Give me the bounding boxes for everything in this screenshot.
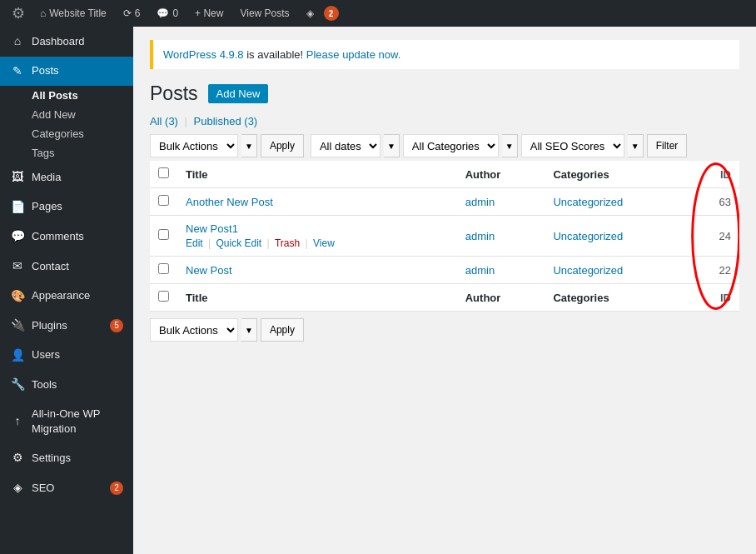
plugins-badge: 5 (110, 319, 123, 332)
tools-icon: 🔧 (10, 377, 25, 393)
wp-version-link[interactable]: WordPress 4.9.8 (163, 48, 244, 61)
filter-published[interactable]: Published (3) (194, 115, 258, 127)
filter-button[interactable]: Filter (647, 134, 688, 157)
post-title-link-1[interactable]: New Post1 (186, 222, 238, 235)
sidebar-item-seo[interactable]: ◈ SEO 2 (0, 473, 133, 503)
all-seo-scores-dropdown[interactable]: ▼ (628, 134, 644, 157)
posts-icon: ✎ (10, 63, 25, 80)
table-row: New Post admin Uncategorized 22 (150, 257, 739, 284)
new-bar-item[interactable]: + New (188, 0, 230, 27)
row-checkbox-1[interactable] (158, 229, 169, 240)
sidebar-item-settings[interactable]: ⚙ Settings (0, 443, 133, 473)
category-link-2[interactable]: Uncategorized (553, 264, 623, 277)
tf-title: Title (177, 284, 457, 312)
author-link-1[interactable]: admin (465, 230, 495, 242)
plugins-icon: 🔌 (10, 317, 25, 334)
sidebar-item-media[interactable]: 🖼 Media (0, 162, 133, 192)
seo-icon: ◈ (10, 480, 25, 497)
row-author-cell: admin (457, 188, 545, 216)
category-link-0[interactable]: Uncategorized (553, 196, 623, 208)
row-author-cell: admin (457, 216, 545, 257)
sidebar-item-contact[interactable]: ✉ Contact (0, 252, 133, 282)
all-categories-dropdown[interactable]: ▼ (502, 134, 518, 157)
sidebar-item-tools[interactable]: 🔧 Tools (0, 370, 133, 400)
row-checkbox-0[interactable] (158, 195, 169, 206)
action-sep: | (302, 237, 311, 249)
filter-sep: | (185, 115, 187, 127)
bulk-actions-dropdown-bottom[interactable]: ▼ (241, 318, 257, 342)
sidebar-item-dashboard[interactable]: ⌂ Dashboard (0, 27, 133, 57)
author-link-2[interactable]: admin (465, 264, 495, 277)
admin-bar: ⚙ ⌂ Website Title ⟳ 6 💬 0 + New View Pos… (0, 0, 756, 27)
site-title-bar-item[interactable]: ⌂ Website Title (33, 0, 113, 27)
action-trash[interactable]: Trash (275, 237, 300, 249)
sidebar-sub-tags[interactable]: Tags (0, 143, 133, 162)
category-link-1[interactable]: Uncategorized (553, 230, 623, 242)
sidebar-item-users[interactable]: 👤 Users (0, 341, 133, 371)
comments-icon: 💬 (10, 228, 25, 245)
filter-links: All (3) | Published (3) (150, 115, 739, 127)
bulk-actions-select-top[interactable]: Bulk Actions (150, 134, 238, 157)
sidebar-tools-label: Tools (32, 377, 57, 392)
sidebar-item-migration[interactable]: ↑ All-in-One WP Migration (0, 400, 133, 443)
action-edit[interactable]: Edit (186, 237, 203, 249)
bulk-actions-dropdown-top[interactable]: ▼ (241, 134, 257, 157)
sidebar-sub-all-posts[interactable]: All Posts (0, 86, 133, 105)
action-view[interactable]: View (313, 237, 335, 249)
author-link-0[interactable]: admin (465, 196, 495, 208)
sidebar-appearance-label: Appearance (32, 288, 90, 303)
apply-button-bottom[interactable]: Apply (261, 318, 304, 342)
sidebar-item-appearance[interactable]: 🎨 Appearance (0, 282, 133, 312)
updates-bar-item[interactable]: ⟳ 6 (117, 0, 147, 27)
row-categories-cell: Uncategorized (545, 216, 690, 257)
comment-icon: 💬 (157, 7, 169, 19)
add-new-button[interactable]: Add New (208, 84, 269, 103)
filter-all[interactable]: All (3) (150, 115, 178, 127)
post-title-link-0[interactable]: Another New Post (186, 196, 273, 208)
row-title-cell: Another New Post (177, 188, 457, 216)
comments-bar-item[interactable]: 💬 0 (150, 0, 185, 27)
sidebar-settings-label: Settings (32, 451, 71, 466)
update-now-link[interactable]: Please update now. (306, 48, 400, 61)
row-checkbox-2[interactable] (158, 263, 169, 274)
wp-logo[interactable]: ⚙ (7, 0, 30, 27)
row-checkbox-cell (150, 188, 177, 216)
sidebar-comments-label: Comments (32, 229, 84, 244)
select-all-footer-checkbox[interactable] (158, 291, 169, 302)
sidebar-posts-label: Posts (32, 63, 59, 78)
all-seo-scores-select[interactable]: All SEO Scores (521, 134, 624, 157)
sidebar-item-comments[interactable]: 💬 Comments (0, 222, 133, 252)
sidebar-sub-categories[interactable]: Categories (0, 124, 133, 143)
sidebar-item-posts[interactable]: ✎ Posts (0, 57, 133, 87)
action-sep: | (206, 237, 214, 249)
view-posts-bar-item[interactable]: View Posts (233, 0, 296, 27)
sidebar: ⌂ Dashboard ✎ Posts All Posts Add New Ca… (0, 27, 133, 554)
row-title-cell: New Post (177, 257, 457, 284)
select-all-checkbox[interactable] (158, 167, 169, 178)
sidebar-dashboard-label: Dashboard (32, 34, 85, 49)
th-title: Title (177, 161, 457, 188)
post-title-link-2[interactable]: New Post (186, 264, 232, 277)
plugin-icon-bar[interactable]: ◈ (300, 0, 321, 27)
bulk-actions-select-bottom[interactable]: Bulk Actions (150, 318, 238, 342)
updates-count: 6 (135, 7, 141, 19)
sidebar-item-pages[interactable]: 📄 Pages (0, 192, 133, 222)
sidebar-sub-add-new[interactable]: Add New (0, 105, 133, 124)
all-dates-select[interactable]: All dates (311, 134, 380, 157)
page-title: Posts (150, 82, 198, 105)
apply-button-top[interactable]: Apply (261, 134, 304, 157)
all-dates-dropdown[interactable]: ▼ (384, 134, 400, 157)
users-icon: 👤 (10, 347, 25, 364)
categories-label: Categories (32, 127, 84, 140)
add-new-sub-label: Add New (32, 108, 76, 121)
action-quick-edit[interactable]: Quick Edit (216, 237, 261, 249)
row-id-cell: 63 (691, 188, 739, 216)
th-author: Author (457, 161, 545, 188)
dashboard-icon: ⌂ (10, 33, 25, 50)
sidebar-item-plugins[interactable]: 🔌 Plugins 5 (0, 311, 133, 341)
all-categories-select[interactable]: All Categories (403, 134, 499, 157)
row-categories-cell: Uncategorized (545, 188, 690, 216)
site-title-label: Website Title (49, 7, 106, 19)
tf-author: Author (457, 284, 545, 312)
table-row: Another New Post admin Uncategorized 63 (150, 188, 739, 216)
